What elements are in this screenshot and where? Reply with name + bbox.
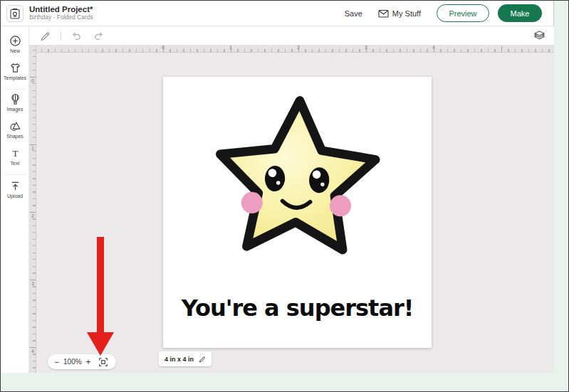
- sidebar-label: New: [10, 48, 20, 53]
- sidebar-item-text[interactable]: T Text: [1, 147, 29, 171]
- sidebar-label: Images: [7, 107, 24, 112]
- zoom-controls: − 100% +: [48, 354, 116, 369]
- sidebar-label: Upload: [7, 194, 23, 198]
- svg-text:T: T: [12, 148, 18, 159]
- sidebar-item-templates[interactable]: Templates: [1, 62, 29, 86]
- my-stuff-label: My Stuff: [392, 9, 421, 18]
- pencil-icon[interactable]: [39, 30, 51, 41]
- ruler-number: 3: [31, 281, 34, 286]
- left-sidebar: New Templates: [1, 26, 29, 373]
- plus-circle-icon: [9, 35, 21, 47]
- sidebar-label: Text: [11, 161, 20, 166]
- ruler-number: 1: [229, 45, 232, 50]
- shapes-icon: [9, 120, 21, 132]
- ruler-number: 4: [31, 349, 34, 354]
- edit-pencil-icon: [198, 355, 206, 363]
- sidebar-divider: [5, 89, 25, 90]
- sidebar-item-new[interactable]: New: [1, 35, 29, 59]
- preview-button[interactable]: Preview: [437, 4, 489, 22]
- ruler-number: 2: [31, 213, 34, 218]
- sidebar-label: Templates: [4, 75, 26, 80]
- ruler-number: 1: [31, 146, 34, 151]
- design-app-window: Untitled Project* Birthday · Folded Card…: [1, 1, 554, 373]
- kawaii-star-image[interactable]: [193, 85, 401, 279]
- vertical-ruler: 0 1 2 3 4: [29, 45, 36, 373]
- upload-icon: [9, 180, 21, 192]
- annotation-arrow: [97, 237, 104, 334]
- make-button[interactable]: Make: [498, 4, 542, 22]
- zoom-level: 100%: [63, 358, 82, 366]
- layers-icon[interactable]: [533, 30, 545, 41]
- app-header: Untitled Project* Birthday · Folded Card…: [1, 1, 553, 26]
- zoom-out-button[interactable]: −: [54, 358, 59, 366]
- undo-icon[interactable]: [71, 31, 83, 41]
- envelope-icon: [378, 9, 392, 18]
- sidebar-item-images[interactable]: Images: [1, 93, 29, 117]
- horizontal-ruler: 0 1 2 3 4: [36, 45, 554, 53]
- ruler-number: 0: [31, 78, 34, 83]
- card-size-label: 4 in x 4 in: [165, 356, 194, 363]
- ruler-number: 4: [432, 45, 435, 50]
- ruler-number: 2: [297, 45, 300, 50]
- sidebar-item-shapes[interactable]: Shapes: [1, 120, 29, 144]
- canvas-workspace[interactable]: 0 1 2 3 4 0 1 2 3 4: [29, 45, 554, 373]
- project-subtitle: Birthday · Folded Cards: [29, 14, 93, 21]
- sidebar-divider: [5, 174, 25, 175]
- save-button[interactable]: Save: [345, 9, 362, 18]
- toolbar-divider: [61, 31, 61, 41]
- project-title-block[interactable]: Untitled Project* Birthday · Folded Card…: [29, 5, 93, 21]
- redo-icon[interactable]: [93, 31, 104, 41]
- balloon-icon: [9, 93, 21, 105]
- card-size-badge[interactable]: 4 in x 4 in: [159, 351, 212, 366]
- cricut-logo-icon: [10, 8, 20, 19]
- design-card: You're a superstar!: [163, 77, 432, 348]
- header-actions: Save My Stuff Preview Make: [345, 4, 553, 22]
- card-caption-text[interactable]: You're a superstar!: [163, 295, 432, 322]
- tshirt-icon: [9, 62, 21, 74]
- annotation-arrow-head: [87, 332, 114, 356]
- sidebar-item-upload[interactable]: Upload: [1, 180, 29, 204]
- ruler-number: 0: [162, 45, 165, 50]
- zoom-in-button[interactable]: +: [86, 358, 91, 366]
- canvas-toolbar: [29, 26, 554, 45]
- sidebar-label: Shapes: [6, 134, 24, 139]
- text-icon: T: [9, 147, 21, 159]
- cricut-logo-button[interactable]: [6, 5, 24, 22]
- ruler-number: 3: [365, 45, 367, 50]
- save-label: Save: [345, 9, 362, 18]
- screenshot-root: Untitled Project* Birthday · Folded Card…: [0, 0, 569, 392]
- my-stuff-button[interactable]: My Stuff: [378, 9, 421, 18]
- zoom-to-fit-button[interactable]: [98, 356, 110, 368]
